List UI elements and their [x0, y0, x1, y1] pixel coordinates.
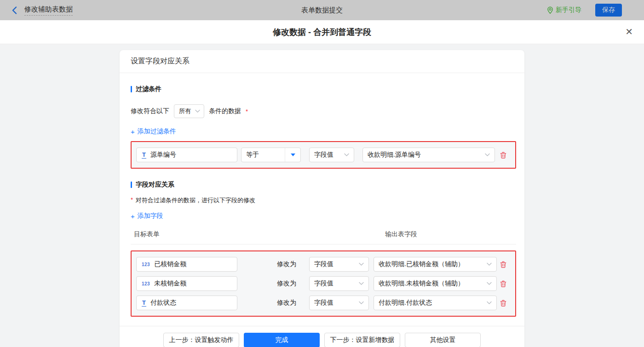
mapping-section: 字段对应关系 * 对符合过滤条件的数据，进行以下字段的修改 + 添加字段 目标表… — [120, 181, 524, 317]
target-field-value: 付款状态 — [150, 299, 176, 307]
page-title: 表单数据提交 — [301, 6, 343, 15]
chevron-down-icon — [359, 301, 364, 305]
delete-mapping-button[interactable] — [500, 280, 507, 288]
target-field-input[interactable]: 123 已核销金额 — [136, 257, 237, 272]
target-form-column-header: 目标表单 — [134, 230, 160, 239]
number-type-icon: 123 — [142, 281, 150, 286]
card-footer: 上一步：设置触发动作 完成 下一步：设置新增数据 其他设置 — [120, 326, 524, 347]
modify-to-label: 修改为 — [277, 299, 296, 307]
chevron-down-icon — [344, 153, 349, 157]
required-asterisk: * — [246, 108, 248, 115]
operator-dropdown-button[interactable] — [285, 148, 300, 162]
other-settings-button[interactable]: 其他设置 — [405, 333, 481, 347]
text-type-icon: T — [142, 300, 146, 307]
mapping-value-value: 付款明细.付款状态 — [379, 299, 432, 307]
mapping-description-row: * 对符合过滤条件的数据，进行以下字段的修改 — [131, 196, 516, 205]
chevron-down-icon — [487, 301, 492, 305]
mapping-value-type-select[interactable]: 字段值 — [309, 257, 369, 272]
match-suffix-label: 条件的数据 — [209, 107, 241, 115]
delete-condition-button[interactable] — [500, 151, 507, 159]
filled-caret-down-icon — [291, 154, 295, 156]
add-filter-condition-link[interactable]: + 添加过滤条件 — [131, 127, 176, 136]
mapping-value-type-select[interactable]: 字段值 — [309, 276, 369, 291]
mapping-value-value: 收款明细.未核销金额（辅助） — [379, 279, 464, 288]
prev-step-button[interactable]: 上一步：设置触发动作 — [163, 333, 239, 347]
delete-mapping-button[interactable] — [500, 261, 507, 268]
chevron-down-icon — [359, 282, 364, 285]
mapping-value-type-value: 字段值 — [314, 299, 334, 307]
delete-mapping-button[interactable] — [500, 299, 507, 307]
modal-title: 修改数据 - 合并到普通字段 — [273, 27, 371, 38]
mapping-row: T 付款状态 修改为 字段值 付款明细.付款状态 — [136, 296, 511, 310]
mapping-value-select[interactable]: 收款明细.已核销金额（辅助） — [374, 257, 497, 272]
required-asterisk: * — [131, 196, 133, 203]
output-field-column-header: 输出表字段 — [385, 230, 417, 239]
mapping-row: 123 未核销金额 修改为 字段值 收款明细.未核销金额（辅助） — [136, 276, 511, 291]
field-mapping-highlight-box: 123 已核销金额 修改为 字段值 收款明细.已核销金额（辅助） — [131, 250, 516, 317]
condition-field-input[interactable]: T 源单编号 — [136, 148, 237, 162]
add-field-link[interactable]: + 添加字段 — [131, 212, 163, 220]
condition-operator-select[interactable]: 等于 — [241, 148, 301, 162]
flow-node-title[interactable]: 修改辅助表数据 — [24, 5, 73, 16]
target-field-input[interactable]: T 付款状态 — [136, 296, 237, 310]
mapping-table-header: 目标表单 输出表字段 — [131, 230, 516, 245]
mapping-value-value: 收款明细.已核销金额（辅助） — [379, 260, 464, 268]
mapping-section-title: 字段对应关系 — [131, 181, 516, 189]
top-bar: 修改辅助表数据 表单数据提交 新手引导 保存 — [0, 0, 644, 20]
match-mode-value: 所有 — [179, 107, 191, 115]
condition-value-type-select[interactable]: 字段值 — [309, 148, 354, 162]
target-field-value: 未核销金额 — [154, 279, 186, 288]
filter-condition-row: T 源单编号 等于 字段值 — [136, 148, 511, 162]
condition-value-type-value: 字段值 — [314, 151, 334, 159]
add-filter-condition-label: 添加过滤条件 — [138, 127, 176, 136]
number-type-icon: 123 — [142, 262, 150, 267]
plus-icon: + — [131, 128, 135, 136]
target-field-value: 已核销金额 — [154, 260, 186, 268]
plus-icon: + — [131, 212, 135, 220]
mapping-value-select[interactable]: 付款明细.付款状态 — [374, 296, 497, 310]
card-header-title: 设置字段对应关系 — [120, 50, 524, 73]
condition-field-value: 源单编号 — [150, 151, 176, 159]
section-title-bar — [131, 86, 132, 92]
chevron-down-icon — [195, 109, 200, 113]
modify-to-label: 修改为 — [277, 279, 296, 288]
condition-value-select[interactable]: 收款明细.源单编号 — [362, 148, 495, 162]
mapping-value-select[interactable]: 收款明细.未核销金额（辅助） — [374, 276, 497, 291]
chevron-left-icon — [12, 6, 17, 14]
condition-value-value: 收款明细.源单编号 — [368, 151, 421, 159]
beginner-guide-link[interactable]: 新手引导 — [547, 6, 581, 14]
chevron-down-icon — [359, 262, 364, 266]
field-mapping-card: 设置字段对应关系 过滤条件 修改符合以下 所有 条件的数据 * + — [120, 50, 524, 347]
filter-section-title-text: 过滤条件 — [136, 85, 161, 93]
close-icon[interactable]: ✕ — [625, 27, 633, 37]
chevron-down-icon — [487, 262, 492, 266]
match-mode-select[interactable]: 所有 — [174, 104, 204, 118]
modal-header: 修改数据 - 合并到普通字段 ✕ — [0, 20, 644, 44]
beginner-guide-label: 新手引导 — [556, 6, 581, 14]
mapping-value-type-value: 字段值 — [314, 260, 334, 268]
save-button[interactable]: 保存 — [595, 4, 622, 17]
mapping-value-type-select[interactable]: 字段值 — [309, 296, 369, 310]
trash-icon — [500, 261, 507, 268]
filter-match-row: 修改符合以下 所有 条件的数据 * — [131, 104, 516, 118]
chevron-down-icon — [487, 282, 492, 285]
trash-icon — [500, 151, 507, 159]
modify-to-label: 修改为 — [277, 260, 296, 268]
modal-body: 设置字段对应关系 过滤条件 修改符合以下 所有 条件的数据 * + — [0, 44, 644, 347]
target-field-input[interactable]: 123 未核销金额 — [136, 276, 237, 291]
location-pin-icon — [547, 6, 553, 14]
chevron-down-icon — [485, 153, 490, 157]
trash-icon — [500, 280, 507, 288]
mapping-value-type-value: 字段值 — [314, 279, 334, 288]
add-field-label: 添加字段 — [138, 212, 163, 220]
mapping-section-title-text: 字段对应关系 — [136, 181, 174, 189]
filter-condition-highlight-box: T 源单编号 等于 字段值 — [131, 141, 516, 169]
condition-operator-value: 等于 — [242, 151, 285, 159]
section-title-bar — [131, 182, 132, 188]
match-prefix-label: 修改符合以下 — [131, 107, 169, 115]
trash-icon — [500, 299, 507, 307]
done-button[interactable]: 完成 — [244, 333, 320, 347]
next-step-button[interactable]: 下一步：设置新增数据 — [324, 333, 400, 347]
back-button[interactable] — [12, 6, 17, 14]
text-type-icon: T — [142, 152, 146, 159]
